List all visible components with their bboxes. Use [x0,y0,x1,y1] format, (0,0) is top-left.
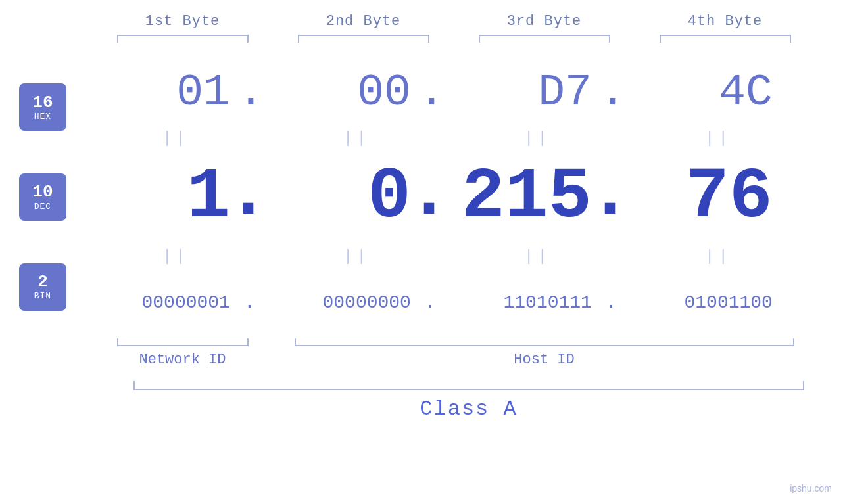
dec-dot-1-text: . [226,158,270,231]
bin-val-4-cell: 01001100 [628,292,773,313]
bin-badge-label: BIN [34,291,51,301]
top-brackets-row [92,35,845,43]
network-id-label: Network ID [92,352,273,368]
bracket-top-line-3 [479,35,610,43]
dec-val-3: 215 [462,161,592,233]
sep-cell-1: || [85,129,266,147]
hex-row: 01 . 00 . D7 . 4C [85,62,845,122]
bin-val-4: 01001100 [684,292,772,313]
hex-dot-3-text: . [599,67,626,118]
bottom-labels-row: Network ID Host ID [92,352,845,368]
class-bracket-line [133,381,804,390]
host-bracket-line [295,338,794,346]
bin-dot-2-text: . [425,292,436,313]
sep-cell-7: || [447,248,628,265]
header-row: 1st Byte 2nd Byte 3rd Byte 4th Byte [92,13,845,30]
bin-val-1: 00000001 [141,292,229,313]
dec-badge-label: DEC [34,202,51,212]
bin-badge: 2 BIN [19,263,66,311]
content-area: 16 HEX 10 DEC 2 BIN 01 . [0,62,845,332]
sep-5: || [162,248,189,265]
bin-dot-3: . [592,292,628,313]
class-label: Class A [107,397,831,421]
dec-dot-1: . [230,158,266,236]
byte3-label: 3rd Byte [454,13,635,30]
byte2-label: 2nd Byte [273,13,454,30]
sep-cell-3: || [447,129,628,147]
hex-badge: 16 HEX [19,83,66,131]
class-bracket-row [92,381,845,390]
hex-val-4: 4C [719,67,773,118]
dec-dot-2: . [411,158,447,236]
hex-val-1: 01 [176,67,230,118]
sep-8: || [705,248,732,265]
bracket-top-2 [273,35,454,43]
hex-val-4-cell: 4C [628,67,773,118]
sep-row-1: || || || || [85,122,845,154]
dec-dot-3: . [592,158,628,236]
data-rows-wrapper: 01 . 00 . D7 . 4C [85,62,845,332]
bracket-top-line-1 [117,35,249,43]
dec-val-2: 0 [368,161,411,233]
sep-4: || [705,129,732,147]
hex-dot-3: . [592,67,628,118]
dec-val-1-cell: 1 [85,161,230,233]
sep-cell-5: || [85,248,266,265]
host-bracket [273,338,815,346]
dec-val-4-cell: 76 [628,161,773,233]
sep-row-2: || || || || [85,240,845,273]
dec-val-3-cell: 215 [447,161,592,233]
sep-cell-6: || [266,248,447,265]
sep-2: || [343,129,370,147]
bracket-top-3 [454,35,635,43]
bracket-top-line-4 [660,35,791,43]
dec-dot-3-text: . [588,158,631,231]
sep-cell-4: || [628,129,809,147]
bin-val-2-cell: 00000000 [266,292,411,313]
sep-cell-2: || [266,129,447,147]
bin-dot-2: . [411,292,447,313]
dec-dot-2-text: . [407,158,450,231]
bin-val-1-cell: 00000001 [85,292,230,313]
bottom-section: Network ID Host ID [92,338,845,368]
hex-val-2-cell: 00 [266,67,411,118]
bin-badge-number: 2 [37,273,48,292]
hex-val-3-cell: D7 [447,67,592,118]
bottom-brackets-row [92,338,845,346]
hex-val-1-cell: 01 [85,67,230,118]
hex-dot-2: . [411,67,447,118]
byte4-label: 4th Byte [635,13,815,30]
byte1-label: 1st Byte [92,13,273,30]
watermark: ipshu.com [790,483,832,493]
host-id-label: Host ID [273,352,815,368]
dec-val-4: 76 [686,161,773,233]
bin-val-3-cell: 11010111 [447,292,592,313]
bin-val-2: 00000000 [322,292,410,313]
badges-column: 16 HEX 10 DEC 2 BIN [0,62,85,332]
hex-dot-1: . [230,67,266,118]
hex-val-3: D7 [538,67,592,118]
bracket-top-1 [92,35,273,43]
sep-6: || [343,248,370,265]
dec-val-2-cell: 0 [266,161,411,233]
class-bracket-full [107,381,831,390]
bin-dot-1-text: . [244,292,255,313]
network-bracket-line [117,338,249,346]
sep-cell-8: || [628,248,809,265]
bin-dot-1: . [230,292,266,313]
dec-badge-number: 10 [32,183,53,202]
hex-dot-2-text: . [418,67,445,118]
hex-badge-label: HEX [34,112,51,122]
bracket-top-line-2 [298,35,429,43]
bracket-top-4 [635,35,815,43]
sep-3: || [524,129,551,147]
dec-badge: 10 DEC [19,173,66,221]
hex-val-2: 00 [357,67,411,118]
bin-val-3: 11010111 [503,292,591,313]
bin-dot-3-text: . [606,292,617,313]
main-container: 1st Byte 2nd Byte 3rd Byte 4th Byte 16 H… [0,0,845,504]
dec-val-1: 1 [187,161,230,233]
hex-dot-1-text: . [237,67,264,118]
sep-7: || [524,248,551,265]
bin-row: 00000001 . 00000000 . 11010111 . [85,273,845,332]
